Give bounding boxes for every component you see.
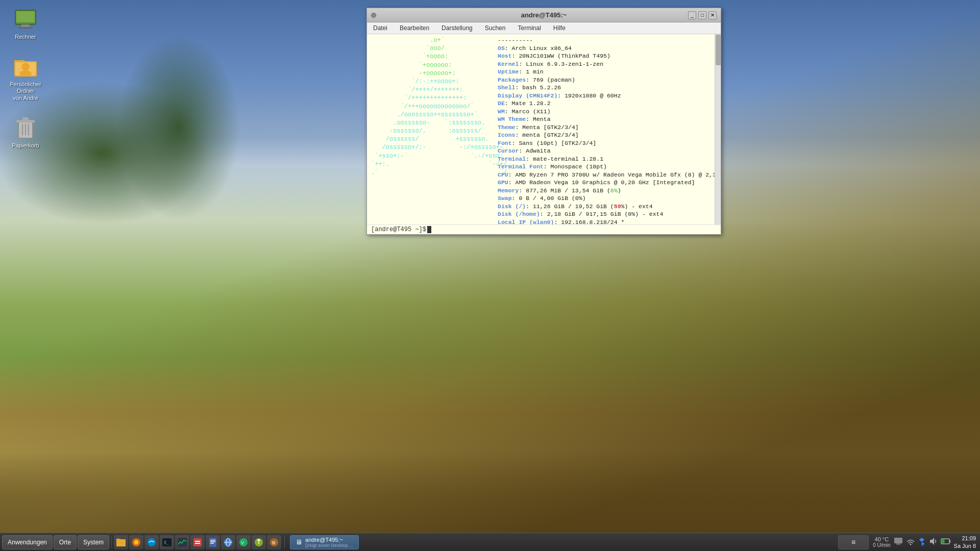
info-display: Display (CMN14F2): 980x551 @ 60Hz — [498, 92, 715, 100]
desktop-icon-personal-folder[interactable]: Persönlicher Ordner von Andre — [5, 53, 46, 104]
menu-suchen[interactable]: Suchen — [483, 23, 508, 33]
art-line-5: -+oooooo+: — [371, 69, 494, 78]
system-label: System — [83, 539, 104, 546]
info-os: OS: Arch Linux x86_64 — [498, 44, 715, 53]
svg-rect-11 — [22, 117, 29, 120]
taskbar-app-archive[interactable] — [190, 535, 205, 549]
systray-network-icon[interactable] — [906, 537, 915, 547]
info-disk-home: Disk (/home): 2,18 GiB / 917,15 GiB (0%)… — [498, 210, 715, 218]
desktop: Rechner Persönlicher Ordner von Andre — [0, 0, 980, 551]
terminal-content: .o+` `ooo/ `+oooo: `+oooooo: -+oooooo+: … — [367, 34, 721, 224]
info-wm-theme: WM Theme: Menta — [498, 115, 715, 123]
info-gpu: GPU: AMD Radeon Vega 10 Graphics @ 0,20 … — [498, 179, 715, 187]
taskbar-app-browser2[interactable] — [221, 535, 235, 549]
taskbar-window-terminal-icon: 🖥 — [296, 538, 302, 546]
desktop-icon-trash[interactable]: Papierkorb — [5, 114, 46, 151]
taskbar: Anwendungen Orte System $_ — [0, 533, 980, 551]
terminal-titlebar: andre@T495:~ _ □ ✕ — [367, 8, 721, 22]
info-wm: WM: Marco (X11) — [498, 108, 715, 116]
systray-volume-icon[interactable] — [928, 537, 938, 547]
info-shell: Shell: bash 5.2.26 — [498, 84, 715, 92]
taskbar-app-vpn[interactable]: V — [236, 535, 251, 549]
date-display: Sa Jun 8 — [954, 542, 976, 549]
svg-rect-25 — [195, 543, 200, 544]
taskbar-anwendungen[interactable]: Anwendungen — [2, 535, 53, 549]
svg-rect-43 — [949, 540, 950, 543]
systray-bluetooth-icon[interactable] — [918, 537, 925, 547]
desktop-icon-rechner[interactable]: Rechner — [5, 5, 46, 42]
info-disk-root: Disk (/): 11,26 GiB / 19,52 GiB (59%) - … — [498, 203, 715, 211]
taskbar-app-system-monitor[interactable] — [175, 535, 189, 549]
taskbar-show-desktop[interactable]: 🖥 — [838, 535, 869, 549]
art-line-17: .` `/` — [371, 168, 494, 177]
svg-rect-27 — [210, 540, 215, 541]
personal-folder-icon-image — [13, 55, 38, 79]
info-cursor: Cursor: Adwaita — [498, 147, 715, 155]
taskbar-app-tools[interactable]: ⚙ — [267, 535, 281, 549]
menu-terminal[interactable]: Terminal — [516, 23, 543, 33]
rechner-icon-label: Rechner — [15, 34, 36, 40]
art-line-13: /ossssss/ +sssssso. — [371, 135, 494, 143]
taskbar-system[interactable]: System — [78, 535, 109, 549]
art-line-3: `+oooo: — [371, 53, 494, 61]
terminal-window: andre@T495:~ _ □ ✕ Datei Bearbeiten Dars… — [366, 8, 721, 235]
systray-display-icon[interactable] — [894, 537, 903, 547]
taskbar-window-terminal[interactable]: 🖥 andre@T495:~ [Zeigt euren Desktop ... — [290, 535, 359, 549]
svg-point-8 — [19, 70, 32, 77]
svg-rect-39 — [896, 543, 900, 545]
art-line-6: `/:-:++oooo+: — [371, 78, 494, 86]
neofetch-art: .o+` `ooo/ `+oooo: `+oooooo: -+oooooo+: … — [371, 36, 494, 222]
systray-battery-icon[interactable] — [941, 538, 951, 546]
svg-point-18 — [134, 540, 138, 544]
trash-icon-label: Papierkorb — [12, 142, 39, 149]
clock-display[interactable]: 21:09 Sa Jun 8 — [954, 535, 976, 549]
scrollbar-thumb[interactable] — [716, 35, 721, 65]
svg-rect-16 — [116, 539, 120, 541]
terminal-output-area: .o+` `ooo/ `+oooo: `+oooooo: -+oooooo+: … — [367, 34, 715, 224]
taskbar-app-thunderbird[interactable] — [144, 535, 159, 549]
window-close-button[interactable]: ✕ — [708, 11, 717, 19]
taskbar-app-terminal[interactable]: $_ — [160, 535, 174, 549]
taskbar-app-filemanager[interactable] — [114, 535, 128, 549]
info-packages: Packages: 769 (pacman) — [498, 76, 715, 84]
menu-hilfe[interactable]: Hilfe — [551, 23, 568, 33]
taskbar-app-firefox[interactable] — [129, 535, 143, 549]
svg-rect-10 — [16, 120, 35, 122]
art-line-10: ./ooosssso++osssssso+` — [371, 111, 494, 119]
svg-rect-28 — [210, 541, 215, 542]
terminal-scrollbar[interactable] — [715, 34, 721, 224]
window-minimize-button[interactable]: _ — [688, 11, 696, 19]
art-line-9: `/+++ooooooooooooo/` — [371, 103, 494, 111]
info-terminal-font: Terminal Font: Monospace (10pt) — [498, 163, 715, 171]
terminal-menubar: Datei Bearbeiten Darstellung Suchen Term… — [367, 22, 721, 34]
art-line-1: .o+` — [371, 36, 494, 44]
window-menu-dot[interactable] — [371, 13, 376, 18]
taskbar-window-subtitle: [Zeigt euren Desktop ... — [305, 543, 353, 548]
taskbar-orte[interactable]: Orte — [54, 535, 77, 549]
menu-datei[interactable]: Datei — [371, 23, 389, 33]
window-maximize-button[interactable]: □ — [698, 11, 706, 19]
info-kernel: Kernel: Linux 6.9.3-zen1-1-zen — [498, 60, 715, 68]
window-controls-right: _ □ ✕ — [688, 11, 717, 19]
svg-text:$_: $_ — [164, 540, 169, 545]
svg-rect-3 — [18, 27, 33, 29]
menu-bearbeiten[interactable]: Bearbeiten — [398, 23, 431, 33]
svg-point-19 — [148, 538, 156, 546]
svg-rect-44 — [942, 540, 944, 543]
info-cpu: CPU: AMD Ryzen 7 PRO 3700U w/ Radeon Veg… — [498, 171, 715, 179]
menu-darstellung[interactable]: Darstellung — [439, 23, 475, 33]
art-line-7: `/++++/+++++++: — [371, 86, 494, 94]
taskbar-sep-2 — [284, 536, 285, 548]
personal-folder-icon-label: Persönlicher Ordner von Andre — [7, 81, 44, 102]
art-line-16: `++:. `-/+/ — [371, 160, 494, 168]
info-uptime: Uptime: 1 min — [498, 68, 715, 76]
svg-rect-1 — [16, 11, 35, 22]
art-line-2: `ooo/ — [371, 44, 494, 53]
art-line-11: .oossssso- `:ssssssso. — [371, 119, 494, 127]
neofetch-info: ---------- OS: Arch Linux x86_64 Host: 2… — [494, 36, 715, 222]
taskbar-app-update[interactable] — [252, 535, 266, 549]
terminal-prompt-line: [andre@T495 ~]$ — [367, 224, 721, 234]
taskbar-left: Anwendungen Orte System $_ — [0, 535, 283, 549]
trash-icon-image — [13, 116, 38, 140]
taskbar-app-writer[interactable] — [206, 535, 220, 549]
